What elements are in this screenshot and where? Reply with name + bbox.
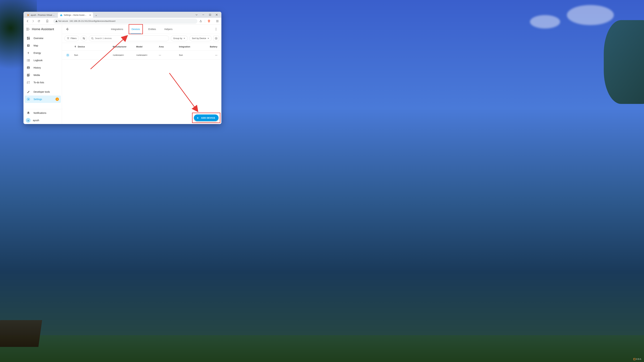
bookmark-button[interactable] — [45, 19, 50, 23]
sidebar-item-label: Developer tools — [34, 90, 50, 93]
sidebar-item-label: Map — [34, 44, 38, 47]
browser-tabstrip: ayush - Proxmox Virtual Environme Settin… — [24, 12, 221, 18]
tab-devices[interactable]: Devices — [129, 24, 143, 34]
address-bar[interactable]: Not secure 192.168.29.212:8123/config/de… — [53, 18, 198, 24]
svg-rect-2 — [56, 21, 56, 21]
svg-rect-24 — [28, 67, 29, 68]
dashboard-icon — [26, 37, 30, 40]
browser-menu-button[interactable] — [215, 19, 220, 23]
group-by-label: Group by — [173, 37, 182, 39]
gear-icon — [215, 37, 218, 40]
svg-rect-12 — [28, 38, 30, 39]
sidebar-item-label: Notifications — [34, 112, 46, 114]
sidebar-item-overview[interactable]: Overview — [24, 34, 62, 42]
svg-point-20 — [27, 61, 28, 61]
sidebar-item-notifications[interactable]: Notifications — [24, 109, 62, 117]
sidebar-item-history[interactable]: History — [24, 64, 62, 71]
bg-foliage — [604, 20, 644, 104]
bg-bench — [0, 320, 42, 347]
sidebar-item-label: ayush — [33, 119, 39, 122]
window-maximize-button[interactable] — [208, 12, 212, 18]
proxmox-favicon-icon — [27, 14, 29, 16]
cell-integration: Sun — [179, 54, 204, 56]
column-battery[interactable]: Battery — [204, 45, 217, 48]
svg-rect-25 — [29, 68, 29, 68]
browser-toolbar: Not secure 192.168.29.212:8123/config/de… — [24, 18, 221, 24]
browser-tab-home-assistant[interactable]: Settings – Home Assistant ✕ — [58, 12, 93, 18]
sidebar-item-user[interactable]: aayush — [24, 117, 62, 124]
settings-badge: 1 — [56, 97, 59, 101]
nav-forward-button[interactable] — [31, 19, 36, 23]
sidebar: Home Assistant Overview Map Energy Logbo… — [24, 24, 62, 124]
sidebar-item-settings[interactable]: Settings 1 — [24, 95, 61, 103]
map-icon — [26, 44, 30, 47]
tune-button[interactable] — [81, 35, 87, 41]
sidebar-item-todo[interactable]: To-do lists — [24, 79, 62, 86]
share-button[interactable] — [198, 19, 203, 23]
sidebar-item-developer-tools[interactable]: Developer tools — [24, 88, 62, 95]
fab-label: ADD DEVICE — [201, 117, 215, 119]
group-by-dropdown[interactable]: Group by — [171, 35, 188, 41]
brave-shields-icon[interactable] — [206, 19, 211, 23]
search-icon — [91, 37, 94, 39]
svg-line-53 — [68, 56, 69, 56]
tab-helpers[interactable]: Helpers — [162, 24, 175, 34]
add-device-button[interactable]: ＋ ADD DEVICE — [194, 114, 218, 121]
sidebar-item-label: Logbook — [34, 59, 42, 62]
overflow-menu-button[interactable] — [213, 26, 219, 32]
tab-search-icon[interactable] — [194, 12, 198, 18]
search-input[interactable] — [89, 35, 169, 41]
sidebar-bottom: Notifications aayush — [24, 109, 62, 124]
nav-back-button[interactable] — [25, 19, 30, 23]
main-header: Integrations Devices Entities Helpers — [62, 24, 221, 34]
svg-line-52 — [67, 54, 67, 54]
annotation-highlight-fab: ＋ ADD DEVICE — [192, 113, 220, 123]
browser-tab-proxmox[interactable]: ayush - Proxmox Virtual Environme — [25, 12, 58, 18]
column-device[interactable]: Device — [74, 45, 113, 48]
sidebar-toggle-icon[interactable] — [26, 28, 30, 30]
controls-bar: Filters Group by Sort by Device — [62, 34, 221, 43]
filter-icon — [67, 37, 69, 39]
main-tabs: Integrations Devices Entities Helpers — [70, 24, 213, 34]
new-tab-button[interactable]: ＋ — [94, 13, 98, 18]
sidebar-item-energy[interactable]: Energy — [24, 49, 62, 57]
nav-reload-button[interactable] — [36, 19, 41, 23]
close-tab-icon[interactable]: ✕ — [89, 14, 91, 16]
filters-button[interactable]: Filters — [64, 35, 79, 41]
svg-rect-17 — [28, 59, 30, 60]
back-button[interactable] — [64, 26, 70, 32]
tab-integrations[interactable]: Integrations — [108, 24, 126, 34]
sidebar-item-label: Media — [34, 74, 40, 76]
sidebar-item-label: Energy — [34, 52, 41, 54]
search-field[interactable] — [95, 37, 166, 39]
svg-point-33 — [216, 28, 216, 28]
svg-point-47 — [67, 54, 68, 56]
sidebar-header: Home Assistant — [24, 24, 62, 34]
column-integration[interactable]: Integration — [179, 45, 204, 48]
cell-device: Sun — [74, 54, 113, 56]
bg-cloud — [567, 5, 614, 25]
sidebar-item-logbook[interactable]: Logbook — [24, 57, 62, 64]
svg-point-18 — [27, 60, 28, 61]
sidebar-item-media[interactable]: Media — [24, 71, 62, 79]
sun-icon — [66, 53, 74, 57]
window-close-button[interactable] — [215, 12, 219, 18]
plus-icon: ＋ — [196, 116, 199, 119]
svg-rect-13 — [27, 38, 28, 39]
column-manufacturer[interactable]: Manufacturer — [113, 45, 136, 48]
sidebar-item-map[interactable]: Map — [24, 42, 62, 49]
column-model[interactable]: Model — [136, 45, 159, 48]
sort-by-dropdown[interactable]: Sort by Device — [189, 35, 212, 41]
browser-window: ayush - Proxmox Virtual Environme Settin… — [24, 12, 221, 124]
main-content: Integrations Devices Entities Helpers Fi… — [62, 24, 221, 124]
table-row[interactable]: Sun <unknown> <unknown> — Sun — — [62, 51, 221, 60]
svg-point-40 — [83, 37, 84, 38]
tab-entities[interactable]: Entities — [146, 24, 159, 34]
column-area[interactable]: Area — [159, 45, 179, 48]
table-settings-button[interactable] — [213, 35, 219, 41]
svg-point-43 — [92, 37, 93, 39]
security-indicator: Not secure — [55, 20, 68, 22]
cell-area: — — [159, 54, 179, 56]
window-minimize-button[interactable] — [201, 12, 205, 18]
svg-line-55 — [67, 56, 67, 56]
